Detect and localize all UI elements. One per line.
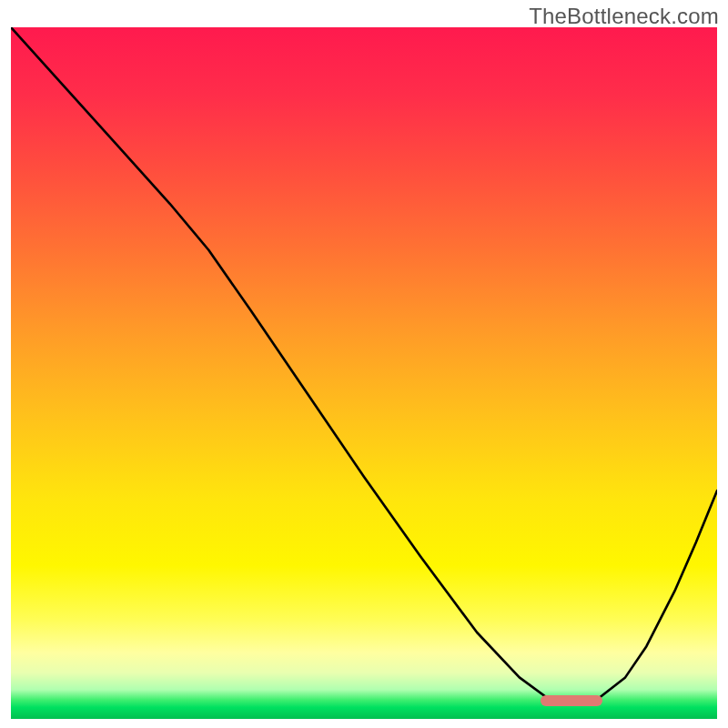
attribution-label: TheBottleneck.com: [529, 4, 719, 29]
plot-area: [11, 27, 717, 719]
chart-canvas: TheBottleneck.com: [0, 0, 728, 728]
bottleneck-curve: [11, 27, 717, 702]
optimum-marker: [541, 695, 602, 706]
curve-svg: [11, 27, 717, 719]
